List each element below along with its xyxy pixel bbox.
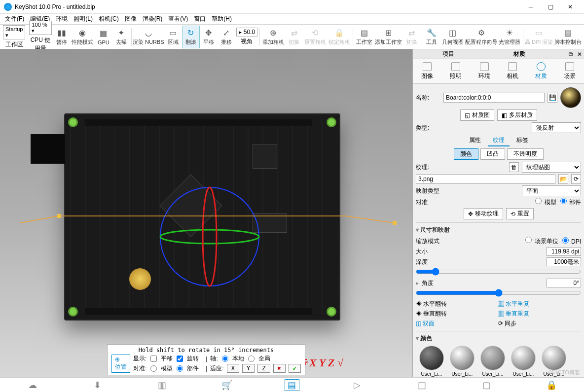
- script-console-button[interactable]: ▤脚本控制台: [553, 26, 582, 48]
- fit-y-button[interactable]: Y: [242, 364, 255, 373]
- cat-lighting[interactable]: 照明: [447, 61, 465, 81]
- foot-cloud-icon[interactable]: ☁: [25, 379, 40, 391]
- texture-type-select[interactable]: 纹理贴图: [522, 162, 581, 173]
- tab-project[interactable]: 项目: [413, 50, 484, 58]
- close-panel-icon[interactable]: ✕: [575, 51, 584, 58]
- axis-local-radio[interactable]: [222, 356, 228, 362]
- swatch-3[interactable]: User_Li...: [479, 346, 507, 377]
- vflip-toggle[interactable]: 垂直翻转: [423, 310, 447, 317]
- workspace-dropdown[interactable]: Startup ▾: [3, 25, 25, 39]
- denoise-button[interactable]: ✦去噪: [112, 26, 130, 48]
- scene-unit-radio[interactable]: [525, 237, 532, 243]
- move-texture-button[interactable]: ✥ 移动纹理: [464, 208, 503, 219]
- depth-input[interactable]: [547, 257, 581, 266]
- foot-lock-icon[interactable]: 🔒: [544, 379, 559, 391]
- menu-file[interactable]: 文件(F): [2, 15, 27, 23]
- minimize-button[interactable]: ─: [521, 0, 541, 14]
- texture-file-input[interactable]: [416, 174, 555, 184]
- reset-texture-button[interactable]: ⟲ 重置: [506, 208, 534, 219]
- nurbs-button[interactable]: ◡渲染 NURBS: [133, 26, 164, 48]
- browse-icon[interactable]: 📂: [558, 174, 568, 184]
- performance-button[interactable]: ◉性能模式: [71, 26, 95, 48]
- multi-material-button[interactable]: ◧ 多层材质: [497, 109, 537, 121]
- tab-material[interactable]: 材质: [484, 50, 555, 58]
- show-pan-checkbox[interactable]: [150, 356, 157, 362]
- align-model-radio[interactable]: [150, 365, 157, 372]
- cat-image[interactable]: 图像: [418, 61, 436, 81]
- colortab-opacity[interactable]: 不透明度: [507, 148, 544, 160]
- maximize-button[interactable]: ▢: [541, 0, 560, 14]
- menu-camera[interactable]: 相机(C): [96, 15, 122, 23]
- hrep-toggle[interactable]: 水平重复: [506, 300, 529, 307]
- foot-project-icon[interactable]: ▤: [285, 379, 299, 391]
- foot-library-icon[interactable]: ▥: [155, 379, 170, 391]
- material-graph-button[interactable]: ◱ 材质图: [460, 109, 494, 121]
- foot-import-icon[interactable]: ⬇: [90, 379, 105, 391]
- proptab-label[interactable]: 标签: [511, 135, 533, 146]
- align-part-radio2[interactable]: [560, 198, 567, 204]
- proptab-properties[interactable]: 属性: [464, 135, 486, 146]
- delete-texture-icon[interactable]: 🗑: [509, 162, 519, 172]
- studio-button[interactable]: ▤工作室: [354, 26, 374, 48]
- fit-z-button[interactable]: Z: [257, 364, 270, 373]
- axis-global-radio[interactable]: [248, 356, 255, 362]
- menu-help[interactable]: 帮助(H): [209, 15, 235, 23]
- tools-button[interactable]: 🔧工具: [423, 26, 440, 48]
- angle-input[interactable]: ▸50.0: [236, 28, 257, 36]
- dside-toggle[interactable]: 双面: [423, 320, 435, 327]
- hflip-toggle[interactable]: 水平翻转: [423, 300, 447, 307]
- foot-xr-icon[interactable]: ◫: [414, 379, 429, 391]
- dpi-radio[interactable]: [562, 237, 569, 244]
- fit-x-button[interactable]: X: [227, 364, 239, 373]
- geometry-view-button[interactable]: ◫几何视图: [440, 26, 465, 48]
- light-manager-button[interactable]: ☀光管理器: [498, 26, 522, 48]
- foot-store-icon[interactable]: 🛒: [219, 379, 234, 391]
- menu-image[interactable]: 图像: [122, 15, 140, 23]
- align-model-radio2[interactable]: [535, 198, 542, 204]
- angle-slider[interactable]: [416, 289, 581, 297]
- menu-lighting[interactable]: 照明(L): [71, 15, 96, 23]
- depth-slider[interactable]: [416, 268, 581, 276]
- region-button[interactable]: ▭区域: [164, 26, 182, 48]
- switch-studio-button[interactable]: ⇄切换: [403, 26, 421, 48]
- cancel-button[interactable]: ✖: [273, 364, 286, 373]
- color-section-header[interactable]: 颜色: [416, 333, 581, 344]
- close-button[interactable]: ✕: [560, 0, 580, 14]
- swatch-1[interactable]: User_Li...: [418, 346, 445, 377]
- switch-camera-button[interactable]: ⇄切换: [285, 26, 303, 48]
- menu-render[interactable]: 渲染(R): [140, 15, 166, 23]
- sync-toggle[interactable]: 同步: [505, 320, 516, 327]
- cat-camera[interactable]: 相机: [504, 61, 521, 81]
- cat-scene[interactable]: 场景: [561, 61, 579, 81]
- menu-window[interactable]: 窗口: [191, 15, 209, 23]
- pan-button[interactable]: ✥平移: [200, 26, 218, 48]
- tumble-button[interactable]: ↻翻滚: [182, 26, 200, 48]
- foot-animation-icon[interactable]: ▷: [350, 379, 365, 391]
- lock-camera-button[interactable]: 🔒锁定相机: [328, 26, 352, 48]
- material-name-input[interactable]: [443, 93, 545, 103]
- confirm-button[interactable]: ✔: [289, 364, 301, 373]
- position-button[interactable]: ⊕位置: [111, 355, 130, 373]
- swatch-2[interactable]: User_Li...: [448, 346, 476, 377]
- menu-environment[interactable]: 环境: [53, 15, 71, 23]
- angle-input[interactable]: [547, 279, 581, 287]
- vrep-toggle[interactable]: 垂直重复: [506, 310, 529, 317]
- material-type-select[interactable]: 漫反射: [532, 122, 581, 133]
- material-preview[interactable]: [560, 87, 581, 108]
- add-camera-button[interactable]: ⊕添加相机: [261, 26, 285, 48]
- viewport[interactable]: 依次点击 X Y Z √ Hold shift to rotate in 15°…: [0, 49, 412, 377]
- colortab-bump[interactable]: 凹凸: [480, 148, 505, 160]
- reset-camera-button[interactable]: ⟲重置相机: [303, 26, 327, 48]
- proptab-texture[interactable]: 纹理: [488, 135, 510, 146]
- cat-environment[interactable]: 环境: [475, 61, 493, 81]
- zoom-dropdown[interactable]: 100 % ▾: [29, 21, 51, 35]
- size-section-header[interactable]: 尺寸和映射: [416, 225, 581, 235]
- cat-material[interactable]: 材质: [532, 61, 550, 81]
- configurator-button[interactable]: ⚙配置程序向导: [465, 26, 498, 48]
- hidpi-render-button[interactable]: ▭高 DPI 渲染: [524, 26, 554, 48]
- show-rotate-checkbox[interactable]: [177, 356, 183, 362]
- pause-button[interactable]: ▮▮暂停: [53, 26, 71, 48]
- refresh-icon[interactable]: ⟳: [571, 174, 581, 184]
- size-input[interactable]: [547, 247, 581, 256]
- foot-render-icon[interactable]: ▢: [479, 379, 494, 391]
